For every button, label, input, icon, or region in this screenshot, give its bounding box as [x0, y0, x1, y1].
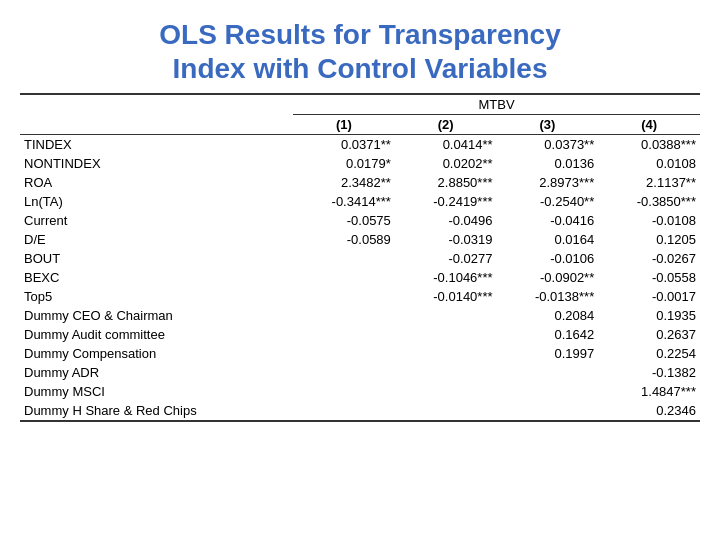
cell-5-4: 0.1205 [598, 230, 700, 249]
row-label: D/E [20, 230, 293, 249]
cell-2-1: 2.3482** [293, 173, 395, 192]
cell-9-1 [293, 306, 395, 325]
table-row: Current-0.0575-0.0496-0.0416-0.0108 [20, 211, 700, 230]
cell-4-2: -0.0496 [395, 211, 497, 230]
cell-10-1 [293, 325, 395, 344]
cell-12-2 [395, 363, 497, 382]
cell-7-1 [293, 268, 395, 287]
cell-12-3 [497, 363, 599, 382]
col-header-2: (2) [395, 115, 497, 135]
col-header-4: (4) [598, 115, 700, 135]
ols-results-table: MTBV (1) (2) (3) (4) TINDEX0.0371**0.041… [20, 93, 700, 422]
table-row: Dummy Compensation0.19970.2254 [20, 344, 700, 363]
cell-2-2: 2.8850*** [395, 173, 497, 192]
cell-13-3 [497, 382, 599, 401]
col-header-3: (3) [497, 115, 599, 135]
row-label: Current [20, 211, 293, 230]
row-label: Dummy CEO & Chairman [20, 306, 293, 325]
group-label-empty [20, 94, 293, 115]
cell-7-2: -0.1046*** [395, 268, 497, 287]
cell-0-4: 0.0388*** [598, 135, 700, 155]
page-title: OLS Results for Transparency Index with … [20, 18, 700, 85]
cell-8-1 [293, 287, 395, 306]
cell-11-2 [395, 344, 497, 363]
cell-6-3: -0.0106 [497, 249, 599, 268]
row-label: Dummy Compensation [20, 344, 293, 363]
cell-4-1: -0.0575 [293, 211, 395, 230]
row-label: BEXC [20, 268, 293, 287]
table-row: Top5-0.0140***-0.0138***-0.0017 [20, 287, 700, 306]
row-label: Top5 [20, 287, 293, 306]
cell-1-2: 0.0202** [395, 154, 497, 173]
cell-12-4: -0.1382 [598, 363, 700, 382]
table-row: TINDEX0.0371**0.0414**0.0373**0.0388*** [20, 135, 700, 155]
col-header-label [20, 115, 293, 135]
cell-6-1 [293, 249, 395, 268]
cell-3-4: -0.3850*** [598, 192, 700, 211]
cell-1-4: 0.0108 [598, 154, 700, 173]
cell-0-2: 0.0414** [395, 135, 497, 155]
cell-13-4: 1.4847*** [598, 382, 700, 401]
cell-5-2: -0.0319 [395, 230, 497, 249]
cell-14-4: 0.2346 [598, 401, 700, 421]
col-header-1: (1) [293, 115, 395, 135]
table-row: Dummy Audit committee0.16420.2637 [20, 325, 700, 344]
cell-0-1: 0.0371** [293, 135, 395, 155]
results-table-wrapper: MTBV (1) (2) (3) (4) TINDEX0.0371**0.041… [20, 93, 700, 422]
cell-3-3: -0.2540** [497, 192, 599, 211]
cell-1-1: 0.0179* [293, 154, 395, 173]
cell-1-3: 0.0136 [497, 154, 599, 173]
row-label: TINDEX [20, 135, 293, 155]
cell-3-1: -0.3414*** [293, 192, 395, 211]
cell-7-3: -0.0902** [497, 268, 599, 287]
table-row: D/E-0.0589-0.03190.01640.1205 [20, 230, 700, 249]
row-label: Dummy MSCI [20, 382, 293, 401]
table-row: NONTINDEX0.0179*0.0202**0.01360.0108 [20, 154, 700, 173]
cell-13-2 [395, 382, 497, 401]
row-label: Dummy Audit committee [20, 325, 293, 344]
cell-14-2 [395, 401, 497, 421]
cell-2-3: 2.8973*** [497, 173, 599, 192]
cell-6-2: -0.0277 [395, 249, 497, 268]
row-label: NONTINDEX [20, 154, 293, 173]
cell-11-1 [293, 344, 395, 363]
cell-10-3: 0.1642 [497, 325, 599, 344]
table-row: Dummy ADR-0.1382 [20, 363, 700, 382]
row-label: Dummy H Share & Red Chips [20, 401, 293, 421]
table-row: ROA2.3482**2.8850***2.8973***2.1137** [20, 173, 700, 192]
table-row: BEXC-0.1046***-0.0902**-0.0558 [20, 268, 700, 287]
column-headers-row: (1) (2) (3) (4) [20, 115, 700, 135]
group-label: MTBV [293, 94, 700, 115]
cell-8-4: -0.0017 [598, 287, 700, 306]
table-row: Dummy H Share & Red Chips0.2346 [20, 401, 700, 421]
cell-14-3 [497, 401, 599, 421]
cell-10-4: 0.2637 [598, 325, 700, 344]
cell-14-1 [293, 401, 395, 421]
row-label: BOUT [20, 249, 293, 268]
cell-2-4: 2.1137** [598, 173, 700, 192]
cell-5-1: -0.0589 [293, 230, 395, 249]
cell-8-2: -0.0140*** [395, 287, 497, 306]
row-label: ROA [20, 173, 293, 192]
cell-11-3: 0.1997 [497, 344, 599, 363]
row-label: Ln(TA) [20, 192, 293, 211]
cell-12-1 [293, 363, 395, 382]
cell-10-2 [395, 325, 497, 344]
cell-0-3: 0.0373** [497, 135, 599, 155]
group-header-row: MTBV [20, 94, 700, 115]
cell-5-3: 0.0164 [497, 230, 599, 249]
cell-11-4: 0.2254 [598, 344, 700, 363]
cell-3-2: -0.2419*** [395, 192, 497, 211]
table-row: BOUT-0.0277-0.0106-0.0267 [20, 249, 700, 268]
cell-6-4: -0.0267 [598, 249, 700, 268]
table-row: Dummy CEO & Chairman0.20840.1935 [20, 306, 700, 325]
cell-8-3: -0.0138*** [497, 287, 599, 306]
cell-4-3: -0.0416 [497, 211, 599, 230]
table-row: Dummy MSCI1.4847*** [20, 382, 700, 401]
cell-9-2 [395, 306, 497, 325]
cell-7-4: -0.0558 [598, 268, 700, 287]
cell-13-1 [293, 382, 395, 401]
cell-4-4: -0.0108 [598, 211, 700, 230]
table-row: Ln(TA)-0.3414***-0.2419***-0.2540**-0.38… [20, 192, 700, 211]
cell-9-4: 0.1935 [598, 306, 700, 325]
